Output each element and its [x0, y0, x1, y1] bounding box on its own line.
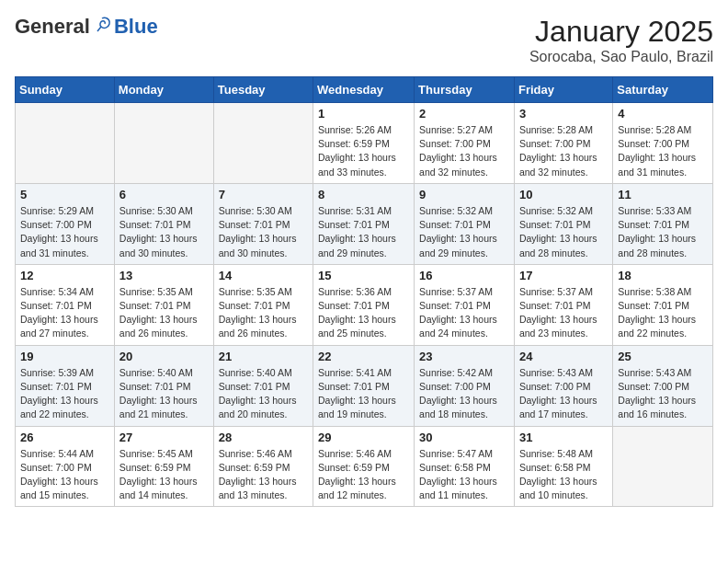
day-number: 14 [219, 269, 308, 282]
day-detail: Sunrise: 5:28 AM Sunset: 7:00 PM Dayligh… [519, 123, 608, 179]
logo-general-text: General [15, 15, 90, 39]
calendar-cell: 22Sunrise: 5:41 AM Sunset: 7:01 PM Dayli… [313, 345, 415, 426]
calendar-cell: 24Sunrise: 5:43 AM Sunset: 7:00 PM Dayli… [514, 345, 612, 426]
day-detail: Sunrise: 5:33 AM Sunset: 7:01 PM Dayligh… [618, 204, 708, 260]
day-detail: Sunrise: 5:34 AM Sunset: 7:01 PM Dayligh… [20, 285, 109, 341]
day-detail: Sunrise: 5:39 AM Sunset: 7:01 PM Dayligh… [20, 366, 109, 422]
day-detail: Sunrise: 5:30 AM Sunset: 7:01 PM Dayligh… [119, 204, 209, 260]
day-detail: Sunrise: 5:43 AM Sunset: 7:00 PM Dayligh… [618, 366, 708, 422]
day-number: 21 [219, 350, 308, 363]
calendar-cell: 28Sunrise: 5:46 AM Sunset: 6:59 PM Dayli… [213, 426, 313, 507]
day-detail: Sunrise: 5:37 AM Sunset: 7:01 PM Dayligh… [419, 285, 509, 341]
day-number: 30 [419, 431, 509, 444]
title-area: January 2025 Sorocaba, Sao Paulo, Brazil [529, 15, 713, 65]
day-detail: Sunrise: 5:42 AM Sunset: 7:00 PM Dayligh… [419, 366, 509, 422]
day-detail: Sunrise: 5:46 AM Sunset: 6:59 PM Dayligh… [318, 447, 409, 503]
weekday-header-tuesday: Tuesday [213, 77, 313, 103]
day-number: 29 [318, 431, 409, 444]
day-number: 2 [419, 107, 509, 121]
location: Sorocaba, Sao Paulo, Brazil [529, 49, 713, 65]
calendar-cell: 20Sunrise: 5:40 AM Sunset: 7:01 PM Dayli… [114, 345, 213, 426]
day-number: 27 [119, 431, 209, 444]
weekday-header-friday: Friday [514, 77, 612, 103]
calendar-cell: 26Sunrise: 5:44 AM Sunset: 7:00 PM Dayli… [16, 426, 115, 507]
day-detail: Sunrise: 5:31 AM Sunset: 7:01 PM Dayligh… [318, 204, 409, 260]
day-detail: Sunrise: 5:36 AM Sunset: 7:01 PM Dayligh… [318, 285, 409, 341]
calendar-cell [213, 103, 313, 184]
day-detail: Sunrise: 5:40 AM Sunset: 7:01 PM Dayligh… [119, 366, 209, 422]
day-number: 5 [20, 188, 109, 201]
calendar-cell: 31Sunrise: 5:48 AM Sunset: 6:58 PM Dayli… [514, 426, 612, 507]
calendar-week-row: 5Sunrise: 5:29 AM Sunset: 7:00 PM Daylig… [16, 183, 713, 264]
day-detail: Sunrise: 5:29 AM Sunset: 7:00 PM Dayligh… [20, 204, 109, 260]
calendar-cell: 21Sunrise: 5:40 AM Sunset: 7:01 PM Dayli… [213, 345, 313, 426]
calendar-cell: 3Sunrise: 5:28 AM Sunset: 7:00 PM Daylig… [514, 103, 612, 184]
calendar-cell: 1Sunrise: 5:26 AM Sunset: 6:59 PM Daylig… [313, 103, 415, 184]
weekday-header-wednesday: Wednesday [313, 77, 415, 103]
day-detail: Sunrise: 5:27 AM Sunset: 7:00 PM Dayligh… [419, 123, 509, 179]
month-title: January 2025 [529, 15, 713, 49]
day-detail: Sunrise: 5:43 AM Sunset: 7:00 PM Dayligh… [519, 366, 608, 422]
day-number: 3 [519, 107, 608, 121]
calendar-cell: 11Sunrise: 5:33 AM Sunset: 7:01 PM Dayli… [613, 183, 713, 264]
logo: General Blue [15, 15, 158, 39]
calendar-cell: 7Sunrise: 5:30 AM Sunset: 7:01 PM Daylig… [213, 183, 313, 264]
day-number: 25 [618, 350, 708, 363]
day-number: 4 [618, 107, 708, 121]
day-number: 20 [119, 350, 209, 363]
day-number: 19 [20, 350, 109, 363]
calendar-cell [613, 426, 713, 507]
calendar-cell: 13Sunrise: 5:35 AM Sunset: 7:01 PM Dayli… [114, 264, 213, 345]
day-number: 28 [219, 431, 308, 444]
day-number: 11 [618, 188, 708, 201]
calendar-cell [16, 103, 115, 184]
weekday-header-thursday: Thursday [415, 77, 515, 103]
day-detail: Sunrise: 5:40 AM Sunset: 7:01 PM Dayligh… [219, 366, 308, 422]
day-number: 7 [219, 188, 308, 201]
calendar-cell: 29Sunrise: 5:46 AM Sunset: 6:59 PM Dayli… [313, 426, 415, 507]
logo-blue-text: Blue [114, 15, 158, 39]
calendar-cell: 19Sunrise: 5:39 AM Sunset: 7:01 PM Dayli… [16, 345, 115, 426]
day-number: 1 [318, 107, 409, 121]
weekday-header-row: SundayMondayTuesdayWednesdayThursdayFrid… [16, 77, 713, 103]
calendar-week-row: 12Sunrise: 5:34 AM Sunset: 7:01 PM Dayli… [16, 264, 713, 345]
day-number: 23 [419, 350, 509, 363]
day-number: 17 [519, 269, 608, 282]
calendar-cell: 25Sunrise: 5:43 AM Sunset: 7:00 PM Dayli… [613, 345, 713, 426]
day-detail: Sunrise: 5:35 AM Sunset: 7:01 PM Dayligh… [119, 285, 209, 341]
calendar-cell: 2Sunrise: 5:27 AM Sunset: 7:00 PM Daylig… [415, 103, 515, 184]
header: General Blue January 2025 Sorocaba, Sao … [15, 15, 713, 65]
day-detail: Sunrise: 5:28 AM Sunset: 7:00 PM Dayligh… [618, 123, 708, 179]
day-number: 16 [419, 269, 509, 282]
day-detail: Sunrise: 5:26 AM Sunset: 6:59 PM Dayligh… [318, 123, 409, 179]
day-detail: Sunrise: 5:38 AM Sunset: 7:01 PM Dayligh… [618, 285, 708, 341]
day-number: 15 [318, 269, 409, 282]
calendar-cell: 8Sunrise: 5:31 AM Sunset: 7:01 PM Daylig… [313, 183, 415, 264]
calendar-cell: 23Sunrise: 5:42 AM Sunset: 7:00 PM Dayli… [415, 345, 515, 426]
day-number: 9 [419, 188, 509, 201]
day-detail: Sunrise: 5:35 AM Sunset: 7:01 PM Dayligh… [219, 285, 308, 341]
day-number: 13 [119, 269, 209, 282]
day-number: 18 [618, 269, 708, 282]
day-detail: Sunrise: 5:32 AM Sunset: 7:01 PM Dayligh… [519, 204, 608, 260]
day-number: 31 [519, 431, 608, 444]
day-number: 22 [318, 350, 409, 363]
calendar-week-row: 1Sunrise: 5:26 AM Sunset: 6:59 PM Daylig… [16, 103, 713, 184]
day-number: 10 [519, 188, 608, 201]
day-detail: Sunrise: 5:32 AM Sunset: 7:01 PM Dayligh… [419, 204, 509, 260]
day-number: 26 [20, 431, 109, 444]
logo-bird-icon [92, 15, 112, 39]
day-number: 24 [519, 350, 608, 363]
calendar-week-row: 26Sunrise: 5:44 AM Sunset: 7:00 PM Dayli… [16, 426, 713, 507]
calendar-cell: 17Sunrise: 5:37 AM Sunset: 7:01 PM Dayli… [514, 264, 612, 345]
calendar-cell: 14Sunrise: 5:35 AM Sunset: 7:01 PM Dayli… [213, 264, 313, 345]
day-detail: Sunrise: 5:47 AM Sunset: 6:58 PM Dayligh… [419, 447, 509, 503]
day-number: 8 [318, 188, 409, 201]
day-detail: Sunrise: 5:37 AM Sunset: 7:01 PM Dayligh… [519, 285, 608, 341]
calendar-cell: 9Sunrise: 5:32 AM Sunset: 7:01 PM Daylig… [415, 183, 515, 264]
day-detail: Sunrise: 5:48 AM Sunset: 6:58 PM Dayligh… [519, 447, 608, 503]
weekday-header-saturday: Saturday [613, 77, 713, 103]
calendar-cell: 15Sunrise: 5:36 AM Sunset: 7:01 PM Dayli… [313, 264, 415, 345]
weekday-header-sunday: Sunday [16, 77, 115, 103]
day-detail: Sunrise: 5:45 AM Sunset: 6:59 PM Dayligh… [119, 447, 209, 503]
